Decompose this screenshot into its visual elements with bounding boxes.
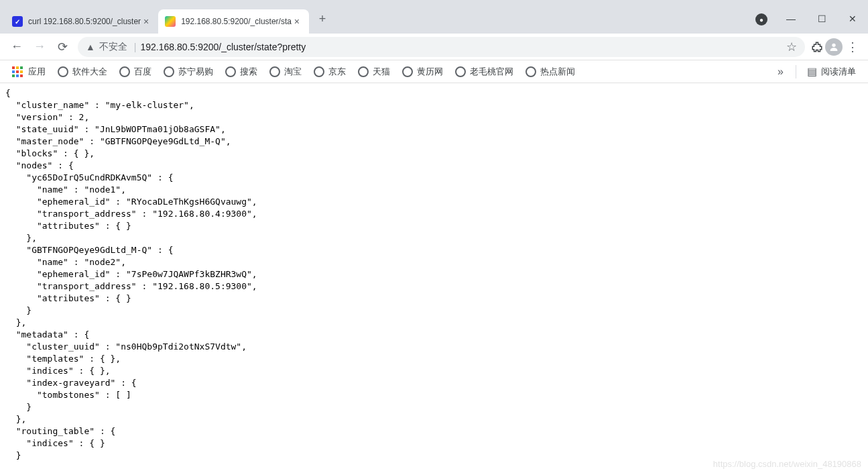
browser-toolbar: ← → ⟳ ▲ 不安全 | 192.168.80.5:9200/_cluster…	[0, 34, 868, 60]
bookmark-item[interactable]: 黄历网	[397, 62, 448, 81]
json-response-body: { "cluster_name" : "my-elk-cluster", "ve…	[0, 83, 868, 466]
minimize-button[interactable]: —	[776, 8, 806, 30]
bookmark-item[interactable]: 软件大全	[52, 62, 113, 81]
globe-icon	[455, 66, 466, 77]
svg-point-0	[832, 43, 835, 46]
bookmark-item[interactable]: 热点新闻	[520, 62, 580, 81]
close-icon[interactable]: ×	[141, 16, 151, 27]
globe-icon	[119, 66, 130, 77]
browser-tab-2[interactable]: 192.168.80.5:9200/_cluster/sta ×	[158, 9, 309, 34]
window-titlebar: ✓ curl 192.168.80.5:9200/_cluster × 192.…	[0, 0, 868, 34]
page-content[interactable]: { "cluster_name" : "my-elk-cluster", "ve…	[0, 83, 868, 473]
globe-icon	[358, 66, 369, 77]
window-controls: ● — ☐ ✕	[755, 7, 868, 34]
apps-button[interactable]: 应用	[7, 62, 51, 81]
globe-icon	[164, 66, 174, 77]
reload-button[interactable]: ⟳	[51, 36, 74, 58]
account-badge-icon[interactable]: ●	[755, 13, 767, 25]
browser-tab-1[interactable]: ✓ curl 192.168.80.5:9200/_cluster ×	[5, 9, 158, 34]
new-tab-button[interactable]: +	[313, 9, 332, 28]
url-text: 192.168.80.5:9200/_cluster/state?pretty	[141, 42, 787, 52]
back-button[interactable]: ←	[5, 36, 28, 58]
globe-icon	[58, 66, 68, 77]
reading-list-label: 阅读清单	[821, 66, 856, 78]
tab-title: 192.168.80.5:9200/_cluster/sta	[181, 17, 292, 26]
apps-grid-icon	[12, 66, 23, 77]
reading-list-button[interactable]: ▤ 阅读清单	[802, 65, 861, 78]
bookmark-item[interactable]: 苏宁易购	[158, 62, 219, 81]
bookmark-item[interactable]: 百度	[114, 62, 157, 81]
bookmark-item[interactable]: 京东	[308, 62, 351, 81]
separator: |	[134, 42, 137, 52]
forward-button[interactable]: →	[28, 36, 51, 58]
maximize-button[interactable]: ☐	[806, 8, 837, 30]
globe-icon	[314, 66, 324, 77]
insecure-icon: ▲	[86, 42, 95, 52]
watermark-text: https://blog.csdn.net/weixin_48190868	[713, 459, 861, 469]
baidu-favicon: ✓	[12, 16, 23, 27]
close-window-button[interactable]: ✕	[837, 8, 868, 30]
bookmark-item[interactable]: 老毛桃官网	[450, 62, 519, 81]
bookmark-star-icon[interactable]: ☆	[786, 40, 797, 54]
separator	[796, 65, 796, 78]
insecure-label: 不安全	[99, 41, 127, 53]
bookmarks-bar: 应用 软件大全 百度 苏宁易购 搜索 淘宝 京东 天猫 黄历网 老毛桃官网 热点…	[0, 60, 868, 83]
reading-list-icon: ▤	[807, 65, 817, 78]
globe-icon	[525, 66, 536, 77]
globe-icon	[402, 66, 413, 77]
extensions-icon[interactable]	[809, 39, 825, 55]
bookmark-item[interactable]: 搜索	[220, 62, 263, 81]
address-bar[interactable]: ▲ 不安全 | 192.168.80.5:9200/_cluster/state…	[78, 37, 805, 57]
tab-strip: ✓ curl 192.168.80.5:9200/_cluster × 192.…	[0, 9, 755, 34]
close-icon[interactable]: ×	[292, 16, 302, 27]
bookmarks-overflow[interactable]: »	[771, 66, 790, 78]
browser-menu-button[interactable]: ⋮	[843, 40, 863, 54]
elastic-favicon	[165, 16, 176, 27]
globe-icon	[225, 66, 236, 77]
globe-icon	[269, 66, 280, 77]
tab-title: curl 192.168.80.5:9200/_cluster	[28, 17, 141, 26]
bookmark-item[interactable]: 淘宝	[264, 62, 307, 81]
bookmark-item[interactable]: 天猫	[353, 62, 395, 81]
profile-avatar[interactable]	[825, 38, 843, 56]
apps-label: 应用	[28, 66, 46, 78]
